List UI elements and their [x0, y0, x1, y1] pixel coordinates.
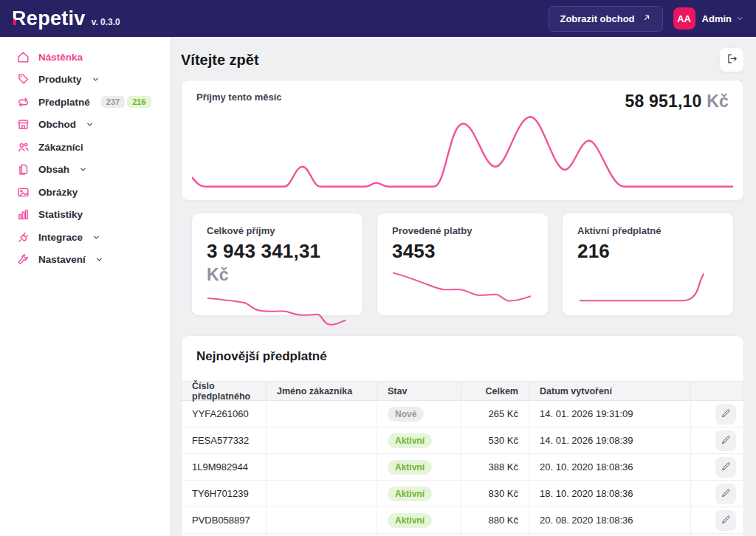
created-cell: 14. 01. 2026 19:08:39	[529, 427, 691, 453]
stat-card-provedene-platby: Provedené platby3453	[377, 213, 549, 316]
users-icon	[16, 140, 30, 154]
subscription-id-cell: 1L9M982944	[182, 454, 267, 480]
status-cell: Aktivní	[377, 427, 461, 453]
customer-cell	[267, 427, 377, 453]
stat-value: 3 943 341,31 Kč	[207, 240, 348, 286]
table-row: 1L9M982944Aktivní388 Kč20. 10. 2020 18:0…	[182, 454, 743, 481]
created-cell: 14. 01. 2026 19:31:09	[529, 401, 691, 427]
chevron-down-icon	[735, 14, 744, 23]
chevron-down-icon	[92, 233, 100, 241]
count-badge: 237	[101, 96, 125, 108]
app-logo[interactable]: Repetiv v. 0.3.0	[12, 7, 120, 30]
column-header-celkem: Celkem	[461, 382, 529, 400]
sidebar-item-predplatne[interactable]: Předplatné237216	[0, 91, 170, 114]
table-row: YYFA261060Nové265 Kč14. 01. 2026 19:31:0…	[182, 401, 743, 427]
pencil-icon	[721, 434, 732, 447]
sidebar-item-statistiky[interactable]: Statistiky	[0, 204, 170, 227]
edit-button[interactable]	[715, 404, 736, 425]
status-cell: Aktivní	[377, 507, 461, 533]
created-cell: 20. 08. 2020 18:08:36	[529, 507, 691, 533]
sidebar-item-produkty[interactable]: Produkty	[0, 69, 170, 92]
sidebar-item-label: Statistiky	[38, 209, 83, 220]
user-name: Admin	[702, 13, 732, 24]
sidebar-item-label: Obrázky	[38, 187, 78, 198]
sidebar-item-label: Zákazníci	[38, 142, 83, 153]
status-badge: Aktivní	[388, 433, 432, 448]
subscription-id-cell: YYFA261060	[182, 401, 267, 427]
pencil-icon	[721, 408, 732, 421]
revenue-card-header: Příjmy tento měsíc 58 951,10 Kč	[192, 92, 733, 111]
repeat-icon	[16, 95, 30, 109]
status-cell: Aktivní	[377, 481, 461, 506]
stat-sparkline	[207, 291, 348, 328]
subscription-id-cell: TY6H701239	[182, 481, 267, 506]
sidebar: NástěnkaProduktyPředplatné237216ObchodZá…	[0, 37, 170, 536]
stat-card-celkove-prijmy: Celkové příjmy3 943 341,31 Kč	[191, 213, 363, 316]
customer-cell	[267, 507, 377, 533]
status-badge: Nové	[388, 407, 424, 422]
table-body: YYFA261060Nové265 Kč14. 01. 2026 19:31:0…	[182, 401, 743, 536]
topbar-right: Zobrazit obchod AA Admin	[549, 6, 744, 32]
column-header-actions	[691, 382, 743, 400]
subscription-id-cell: FESA577332	[182, 427, 267, 453]
total-cell: 880 Kč	[461, 507, 529, 533]
created-cell: 18. 10. 2020 18:08:36	[529, 481, 691, 506]
customer-cell	[267, 481, 377, 506]
sidebar-item-label: Obsah	[38, 164, 69, 175]
sidebar-item-nastaveni[interactable]: Nastavení	[0, 249, 170, 272]
sidebar-item-label: Nastavení	[38, 254, 86, 265]
chevron-down-icon	[79, 165, 87, 173]
table-header-row: Číslo předplatnéhoJméno zákazníkaStavCel…	[182, 381, 743, 401]
wrench-icon	[16, 252, 30, 267]
actions-cell	[691, 454, 743, 480]
stat-label: Celkové příjmy	[207, 225, 348, 236]
logo-rest: epetiv	[27, 7, 86, 30]
status-cell: Aktivní	[377, 454, 461, 480]
stats-row: Celkové příjmy3 943 341,31 KčProvedené p…	[191, 213, 734, 316]
table-row: FESA577332Aktivní530 Kč14. 01. 2026 19:0…	[182, 427, 743, 454]
sidebar-item-obrazky[interactable]: Obrázky	[0, 181, 170, 204]
stat-sparkline	[577, 268, 718, 305]
pencil-icon	[721, 514, 732, 527]
column-header-stav: Stav	[377, 382, 461, 400]
edit-button[interactable]	[715, 510, 736, 531]
view-shop-label: Zobrazit obchod	[560, 13, 634, 24]
sidebar-item-nastenka[interactable]: Nástěnka	[0, 46, 170, 69]
edit-button[interactable]	[715, 430, 736, 451]
chevron-down-icon	[95, 255, 103, 264]
customer-cell	[267, 401, 377, 427]
stat-sparkline	[392, 268, 533, 305]
user-menu[interactable]: AA Admin	[673, 7, 744, 30]
currency-label: Kč	[207, 265, 229, 284]
sidebar-badges: 237216	[101, 96, 151, 108]
sidebar-item-obsah[interactable]: Obsah	[0, 159, 170, 182]
column-header-jmeno-zakaznika: Jméno zákazníka	[267, 382, 377, 400]
edit-button[interactable]	[715, 457, 736, 478]
sidebar-nav: NástěnkaProduktyPředplatné237216ObchodZá…	[0, 46, 170, 271]
latest-subscriptions-card: Nejnovější předplatné Číslo předplatného…	[181, 335, 744, 536]
status-cell: Nové	[377, 401, 461, 427]
actions-cell	[691, 427, 743, 453]
pencil-icon	[721, 487, 732, 501]
sidebar-item-obchod[interactable]: Obchod	[0, 114, 170, 137]
sidebar-item-zakaznici[interactable]: Zákazníci	[0, 136, 170, 159]
sidebar-item-integrace[interactable]: Integrace	[0, 226, 170, 249]
plug-icon	[16, 230, 30, 244]
created-cell: 20. 10. 2020 18:08:36	[529, 454, 691, 480]
revenue-value: 58 951,10 Kč	[625, 92, 729, 111]
revenue-label: Příjmy tento měsíc	[196, 92, 282, 103]
main-content: Vítejte zpět Příjmy tento měsíc 58 951,1…	[170, 37, 756, 536]
sidebar-item-label: Produkty	[38, 74, 82, 85]
actions-cell	[691, 507, 743, 533]
count-badge: 216	[127, 96, 151, 108]
column-header-cislo-predplatneho: Číslo předplatného	[182, 382, 267, 400]
edit-button[interactable]	[715, 484, 736, 504]
actions-cell	[691, 481, 743, 506]
view-shop-button[interactable]: Zobrazit obchod	[549, 6, 662, 32]
status-badge: Aktivní	[388, 513, 432, 528]
revenue-line-chart	[192, 113, 733, 190]
logout-button[interactable]	[719, 47, 744, 72]
sidebar-item-label: Integrace	[38, 232, 83, 243]
sidebar-item-label: Nástěnka	[38, 52, 83, 63]
store-icon	[16, 117, 30, 131]
